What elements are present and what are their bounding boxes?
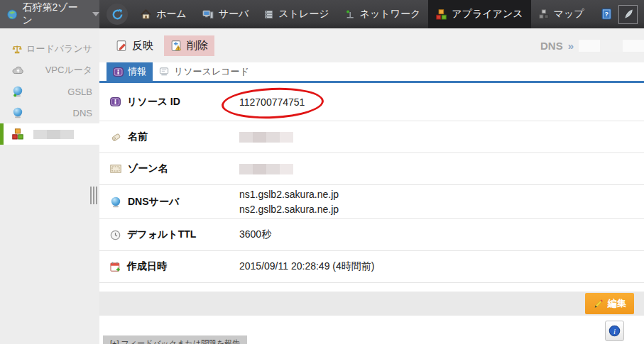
redacted-appliance-name: [33, 130, 74, 139]
record-card-icon: [159, 67, 170, 77]
zone-selector[interactable]: 石狩第2ゾーン: [0, 0, 99, 28]
zone-label: 石狩第2ゾーン: [22, 1, 85, 27]
table-row-default-ttl: デフォルトTTL 3600秒: [99, 219, 644, 251]
spacer: [99, 283, 644, 292]
globe-ball-icon: [110, 196, 121, 208]
row-label: ゾーン名: [110, 162, 239, 175]
row-label: リソース ID: [110, 96, 239, 109]
reflect-button-label: 反映: [132, 39, 153, 52]
ttl-value: 3600秒: [239, 228, 271, 241]
storage-icon: [264, 9, 273, 20]
main-nav: ホーム サーバ ストレージ ネットワーク アプライアンス マップ: [133, 0, 592, 28]
resource-id-value: 112700774751: [239, 96, 305, 108]
sidebar: ロードバランサ VPCルータ GSLB DNS: [0, 28, 99, 344]
tab-bar: 情報 リソースレコード: [99, 62, 644, 83]
reflect-button[interactable]: 反映: [109, 35, 160, 56]
info-badge-icon: [113, 67, 124, 77]
help-manual-icon[interactable]: ?: [601, 8, 612, 21]
map-icon: [539, 9, 549, 19]
sidebar-item-label: ロードバランサ: [26, 43, 92, 55]
clock-icon: [110, 230, 121, 240]
sidebar-item-gslb[interactable]: GSLB: [0, 81, 99, 102]
tag-icon: [110, 132, 121, 143]
sidebar-item-vpc-router[interactable]: VPCルータ: [0, 60, 99, 81]
dns-server-1: ns1.gslb2.sakura.ne.jp: [239, 187, 339, 201]
redacted-name-value: [239, 131, 293, 143]
table-row-zone-name: ゾーン名: [99, 153, 644, 185]
feedback-pen-button[interactable]: [618, 5, 638, 24]
feather-icon: [623, 9, 634, 20]
sidebar-item-selected-appliance[interactable]: [0, 123, 99, 145]
redacted-zone-value: [239, 163, 293, 175]
sidebar-item-load-balancer[interactable]: ロードバランサ: [0, 38, 99, 60]
tab-info[interactable]: 情報: [107, 62, 153, 81]
redacted-breadcrumb-name: [579, 40, 644, 52]
nav-item-label: ストレージ: [278, 8, 329, 21]
action-toolbar: 反映 削除 DNS »: [99, 28, 644, 62]
svg-text:?: ?: [605, 11, 608, 18]
edit-button[interactable]: 編集: [585, 293, 634, 314]
zone-box-icon: [110, 165, 121, 173]
nav-item-label: アプライアンス: [452, 8, 523, 21]
cloud-icon: [12, 66, 24, 74]
tab-label: リソースレコード: [174, 65, 249, 78]
breadcrumb-parent[interactable]: DNS: [540, 40, 563, 52]
reflect-edit-icon: [116, 40, 128, 52]
row-label: 作成日時: [110, 260, 239, 273]
dns-server-2: ns2.gslb2.sakura.ne.jp: [239, 202, 339, 216]
dns-servers-value: ns1.gslb2.sakura.ne.jp ns2.gslb2.sakura.…: [239, 187, 339, 216]
pencil-icon: [593, 299, 604, 309]
sidebar-item-label: VPCルータ: [45, 64, 92, 77]
table-row-dns-servers: DNSサーバ ns1.gslb2.sakura.ne.jp ns2.gslb2.…: [99, 185, 644, 219]
nav-item-map[interactable]: マップ: [531, 0, 592, 28]
server-icon: [202, 9, 214, 20]
page-info-button[interactable]: i: [605, 321, 624, 341]
refresh-button[interactable]: [107, 4, 128, 25]
info-circle-icon: i: [608, 325, 621, 337]
info-badge-icon: [110, 97, 121, 106]
top-navigation-bar: 石狩第2ゾーン ホーム サーバ ストレージ ネットワーク アプライアンス マップ: [0, 0, 644, 28]
delete-warning-icon: [170, 40, 182, 52]
main-content: 反映 削除 DNS » 情報 リソースレコード リソース ID: [99, 28, 644, 344]
tab-label: 情報: [128, 65, 146, 78]
svg-text:i: i: [613, 328, 616, 335]
globe-icon: [7, 9, 17, 20]
nav-item-label: サーバ: [219, 8, 249, 21]
topbar-right-actions: ?: [601, 0, 644, 28]
sidebar-item-dns[interactable]: DNS: [0, 102, 99, 123]
row-label: 名前: [110, 131, 239, 143]
breadcrumb: DNS »: [540, 40, 644, 52]
scales-icon: [12, 44, 22, 55]
edit-button-label: 編集: [608, 297, 626, 310]
globe-ball-icon: [12, 86, 23, 97]
nav-item-storage[interactable]: ストレージ: [256, 0, 337, 28]
nav-item-server[interactable]: サーバ: [195, 0, 257, 28]
sidebar-resize-handle[interactable]: [90, 187, 97, 204]
nav-item-network[interactable]: ネットワーク: [337, 0, 429, 28]
row-label: デフォルトTTL: [110, 228, 239, 241]
feedback-tab[interactable]: [+] フィードバックまたは問題を報告: [103, 335, 247, 344]
breadcrumb-separator: »: [568, 40, 574, 52]
table-row-resource-id: リソース ID 112700774751: [99, 83, 644, 121]
nav-item-home[interactable]: ホーム: [133, 0, 195, 28]
nav-item-appliance[interactable]: アプライアンス: [428, 0, 530, 28]
network-icon: [345, 9, 355, 20]
delete-button-label: 削除: [187, 39, 208, 52]
refresh-icon: [111, 9, 124, 21]
sidebar-item-label: GSLB: [67, 87, 92, 97]
detail-table: リソース ID 112700774751 名前 ゾーン名: [99, 83, 644, 283]
nav-item-label: ネットワーク: [360, 8, 421, 21]
globe-ball-icon: [12, 107, 23, 118]
table-row-name: 名前: [99, 121, 644, 153]
appliance-icon: [12, 128, 23, 140]
home-icon: [141, 9, 151, 20]
feedback-label: [+] フィードバックまたは問題を報告: [110, 339, 240, 344]
appliance-icon: [436, 9, 447, 20]
created-at-value: 2015/09/11 20:28:49 (4時間前): [239, 260, 374, 273]
table-row-created-at: 作成日時 2015/09/11 20:28:49 (4時間前): [99, 251, 644, 283]
footer-action-bar: 編集: [99, 292, 644, 316]
tab-resource-records[interactable]: リソースレコード: [153, 62, 256, 81]
chevron-down-icon: [92, 12, 99, 16]
nav-item-label: ホーム: [156, 8, 187, 21]
delete-button[interactable]: 削除: [164, 35, 214, 56]
